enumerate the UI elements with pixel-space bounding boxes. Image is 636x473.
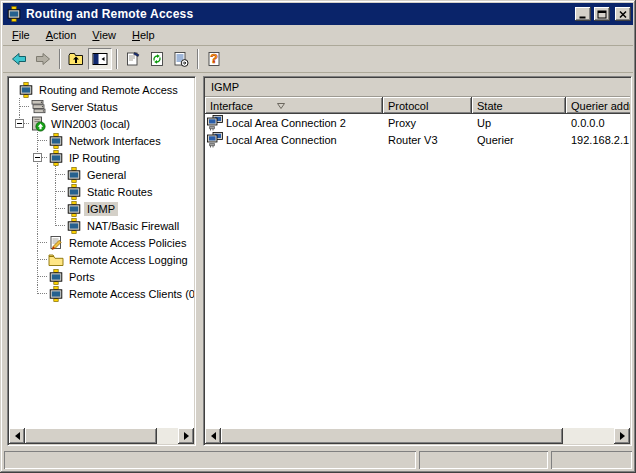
list-cell: Local Area Connection: [205, 132, 383, 148]
tree-item-label: WIN2003 (local): [48, 117, 133, 131]
tree-guide: [29, 166, 47, 183]
policy-icon: [48, 235, 64, 251]
tree-connector: [47, 183, 65, 200]
list-header: InterfaceProtocolStateQuerier address: [205, 97, 630, 114]
tree-item-label: Static Routes: [84, 185, 155, 199]
scroll-thumb[interactable]: [25, 428, 157, 444]
list-body: Local Area Connection 2ProxyUp0.0.0.0Loc…: [205, 114, 630, 148]
tree-item-win2003-local[interactable]: WIN2003 (local): [11, 115, 194, 132]
console-tree-pane: Routing and Remote AccessServer StatusWI…: [7, 76, 196, 446]
tree-item-remote-access-policies[interactable]: Remote Access Policies: [11, 234, 194, 251]
tree-item-routing-and-remote-access[interactable]: Routing and Remote Access: [11, 81, 194, 98]
minimize-button[interactable]: [575, 7, 591, 21]
column-header-label: Protocol: [388, 100, 428, 112]
collapse-expander-icon[interactable]: [15, 119, 24, 128]
tree-item-label: Remote Access Logging: [66, 253, 191, 267]
back-button[interactable]: [7, 48, 31, 70]
network-node-icon: [48, 133, 64, 149]
tree-guide: [11, 166, 29, 183]
column-header-querier-address[interactable]: Querier address: [566, 97, 630, 114]
routing-remote-access-window: Routing and Remote Access FileActionView…: [0, 0, 636, 473]
folder-icon: [48, 252, 64, 268]
tree-guide: [29, 217, 47, 234]
toolbar: [3, 46, 633, 73]
menu-help[interactable]: Help: [124, 26, 163, 44]
maximize-icon: [597, 10, 607, 19]
tree-item-label: Routing and Remote Access: [36, 83, 181, 97]
list-cell: Local Area Connection 2: [205, 115, 383, 131]
list-row[interactable]: Local Area Connection 2ProxyUp0.0.0.0: [205, 114, 630, 131]
tree-guide: [29, 200, 47, 217]
menu-view[interactable]: View: [84, 26, 124, 44]
column-header-state[interactable]: State: [472, 97, 566, 114]
tree-item-ports[interactable]: Ports: [11, 268, 194, 285]
show-hide-console-tree-button[interactable]: [88, 48, 112, 70]
list-cell-text: Local Area Connection 2: [226, 117, 346, 129]
menu-file[interactable]: File: [4, 26, 38, 44]
export-list-button[interactable]: [169, 48, 193, 70]
tree-item-igmp[interactable]: IGMP: [11, 200, 194, 217]
tree-guide: [11, 200, 29, 217]
server-running-icon: [30, 116, 46, 132]
scroll-right-button[interactable]: [178, 428, 194, 444]
tree-item-remote-access-clients-0[interactable]: Remote Access Clients (0): [11, 285, 194, 302]
tree-item-general[interactable]: General: [11, 166, 194, 183]
scroll-right-icon: [620, 432, 629, 440]
title-bar[interactable]: Routing and Remote Access: [3, 3, 633, 25]
tree-item-network-interfaces[interactable]: Network Interfaces: [11, 132, 194, 149]
tree-item-ip-routing[interactable]: IP Routing: [11, 149, 194, 166]
tree-item-server-status[interactable]: Server Status: [11, 98, 194, 115]
refresh-button[interactable]: [145, 48, 169, 70]
window-title: Routing and Remote Access: [25, 7, 572, 21]
toolbar-separator: [197, 49, 198, 69]
list-row[interactable]: Local Area ConnectionRouter V3Querier192…: [205, 131, 630, 148]
column-header-label: State: [477, 100, 503, 112]
maximize-button[interactable]: [594, 7, 610, 21]
routing-node-icon: [48, 269, 64, 285]
list-cell: Proxy: [383, 117, 472, 129]
collapse-expander-icon[interactable]: [33, 153, 42, 162]
routing-node-icon: [66, 201, 82, 217]
minimize-icon: [578, 10, 588, 19]
tree-item-remote-access-logging[interactable]: Remote Access Logging: [11, 251, 194, 268]
help-button[interactable]: [202, 48, 226, 70]
tree-item-label: IP Routing: [66, 151, 123, 165]
scroll-left-icon: [207, 432, 216, 440]
result-pane: IGMP InterfaceProtocolStateQuerier addre…: [203, 76, 632, 446]
scroll-right-button[interactable]: [614, 428, 630, 444]
list-horizontal-scrollbar[interactable]: [205, 428, 630, 444]
properties-button[interactable]: [121, 48, 145, 70]
column-header-label: Interface: [210, 100, 253, 112]
menu-action[interactable]: Action: [38, 26, 85, 44]
scroll-track[interactable]: [221, 428, 614, 444]
tree-guide: [11, 132, 29, 149]
tree-item-label: Remote Access Clients (0): [66, 287, 194, 301]
tree-horizontal-scrollbar[interactable]: [9, 428, 194, 444]
tree-item-label: IGMP: [84, 202, 118, 216]
tree-connector: [47, 217, 65, 234]
up-one-level-button[interactable]: [64, 48, 88, 70]
scroll-track[interactable]: [25, 428, 178, 444]
tree-guide: [11, 217, 29, 234]
close-button[interactable]: [615, 7, 631, 21]
list-view: InterfaceProtocolStateQuerier address Lo…: [205, 97, 630, 428]
tree-connector: [11, 98, 29, 115]
menu-bar: FileActionViewHelp: [3, 25, 633, 46]
column-header-protocol[interactable]: Protocol: [383, 97, 472, 114]
list-cell: Router V3: [383, 134, 472, 146]
column-header-interface[interactable]: Interface: [205, 97, 383, 114]
scroll-right-icon: [184, 432, 193, 440]
forward-button[interactable]: [31, 48, 55, 70]
refresh-icon: [149, 51, 165, 67]
tree-item-nat-basic-firewall[interactable]: NAT/Basic Firewall: [11, 217, 194, 234]
scroll-left-button[interactable]: [9, 428, 25, 444]
forward-arrow-icon: [35, 51, 51, 67]
list-cell: Querier: [472, 134, 566, 146]
tree-item-static-routes[interactable]: Static Routes: [11, 183, 194, 200]
status-segment-1: [4, 451, 416, 469]
scroll-left-button[interactable]: [205, 428, 221, 444]
scroll-thumb[interactable]: [221, 428, 563, 444]
tree-connector: [47, 200, 65, 217]
list-cell-text: Local Area Connection: [226, 134, 337, 146]
tree-guide: [11, 268, 29, 285]
